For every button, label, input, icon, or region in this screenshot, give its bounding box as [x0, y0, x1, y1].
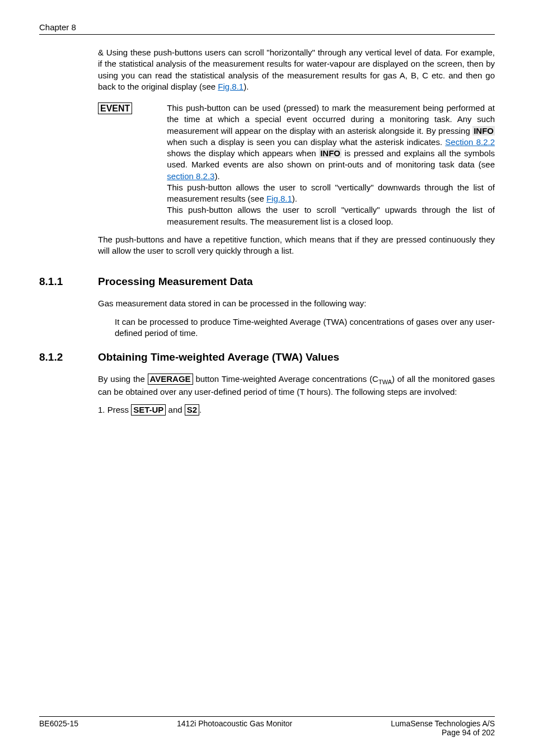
- header-divider: [39, 34, 495, 35]
- sec812-p1a: By using the: [98, 374, 148, 384]
- scroll-text: & Using these push-buttons users can scr…: [98, 48, 495, 91]
- link-section-822[interactable]: Section 8.2.2: [445, 137, 495, 147]
- sec812-step1: 1. Press SET-UP and S2.: [98, 404, 495, 416]
- scroll-suffix: ).: [243, 82, 249, 91]
- event-label-wrap: EVENT: [98, 102, 132, 114]
- step-prefix: 1. Press: [98, 405, 131, 414]
- push-buttons-paragraph: The push-buttons and have a repetitive f…: [98, 234, 495, 257]
- twa-subscript: TWA: [378, 379, 392, 385]
- s2-button-label: S2: [185, 404, 199, 416]
- footer-right-page: Page 94 of 202: [391, 728, 495, 737]
- link-fig81-b[interactable]: Fig.8.1: [266, 194, 292, 203]
- link-section-823[interactable]: section 8.2.3: [167, 171, 214, 181]
- event-paragraph-3: This push-button allows the user to scro…: [167, 204, 495, 227]
- footer-left: BE6025-15: [39, 719, 78, 737]
- step-and: and: [166, 405, 184, 414]
- event-paragraph-2: This push-button allows the user to scro…: [167, 182, 495, 205]
- event-p1a: This push-button can be used (pressed) t…: [167, 103, 495, 136]
- chapter-header: Chapter 8: [39, 22, 495, 32]
- event-p2b: ).: [292, 194, 297, 203]
- event-p1e: ).: [214, 171, 219, 181]
- event-p1c: shows the display which appears when: [167, 148, 319, 158]
- sec811-p2: It can be processed to produce Time-weig…: [115, 316, 495, 339]
- section-number-811: 8.1.1: [39, 276, 98, 288]
- section-number-812: 8.1.2: [39, 351, 98, 363]
- setup-button-label: SET-UP: [131, 404, 166, 416]
- event-paragraph-1: This push-button can be used (pressed) t…: [167, 102, 495, 182]
- section-title-812: Obtaining Time-weighted Average (TWA) Va…: [98, 351, 339, 363]
- link-fig81[interactable]: Fig.8.1: [218, 82, 243, 91]
- event-p1b: when such a display is seen you can disp…: [167, 137, 445, 147]
- event-button-label: EVENT: [98, 102, 132, 114]
- footer-center: 1412i Photoacoustic Gas Monitor: [177, 719, 292, 737]
- sec812-p1: By using the AVERAGE button Time-weighte…: [98, 374, 495, 398]
- info-label-2: INFO: [319, 148, 341, 158]
- step-dot: .: [199, 405, 202, 414]
- scroll-intro-paragraph: & Using these push-buttons users can scr…: [98, 47, 495, 92]
- info-label-1: INFO: [472, 126, 495, 136]
- page-footer: BE6025-15 1412i Photoacoustic Gas Monito…: [39, 716, 495, 737]
- footer-divider: [39, 716, 495, 717]
- sec812-p1b: button Time-weighted Average concentrati…: [193, 374, 378, 384]
- average-button-label: AVERAGE: [148, 374, 193, 385]
- section-title-811: Processing Measurement Data: [98, 276, 253, 288]
- footer-right-company: LumaSense Technologies A/S: [391, 719, 495, 728]
- event-p2a: This push-button allows the user to scro…: [167, 183, 495, 203]
- sec811-p1: Gas measurement data stored in can be pr…: [98, 298, 495, 309]
